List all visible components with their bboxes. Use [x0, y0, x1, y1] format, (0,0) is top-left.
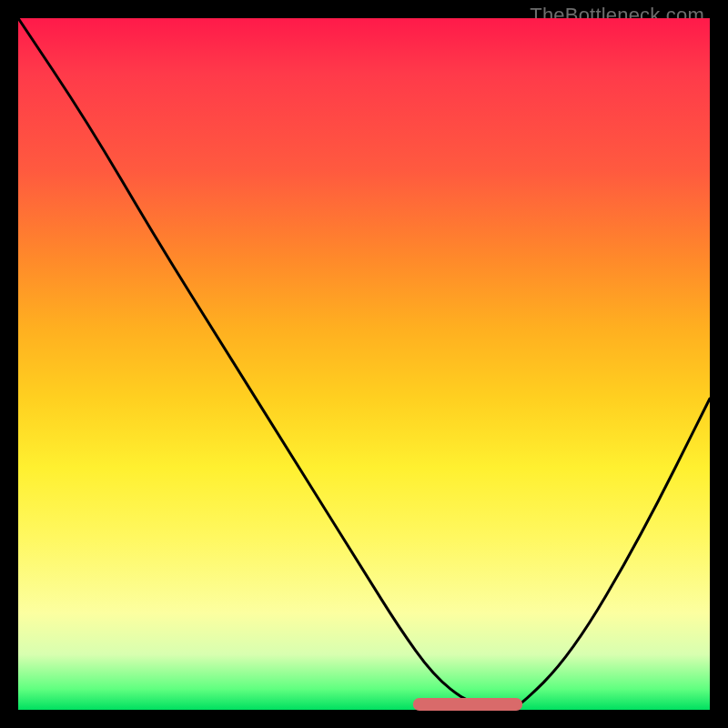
- chart-svg: [18, 18, 710, 710]
- chart-container: TheBottleneck.com: [0, 0, 728, 728]
- bottleneck-curve: [18, 18, 710, 710]
- plot-area: [18, 18, 710, 710]
